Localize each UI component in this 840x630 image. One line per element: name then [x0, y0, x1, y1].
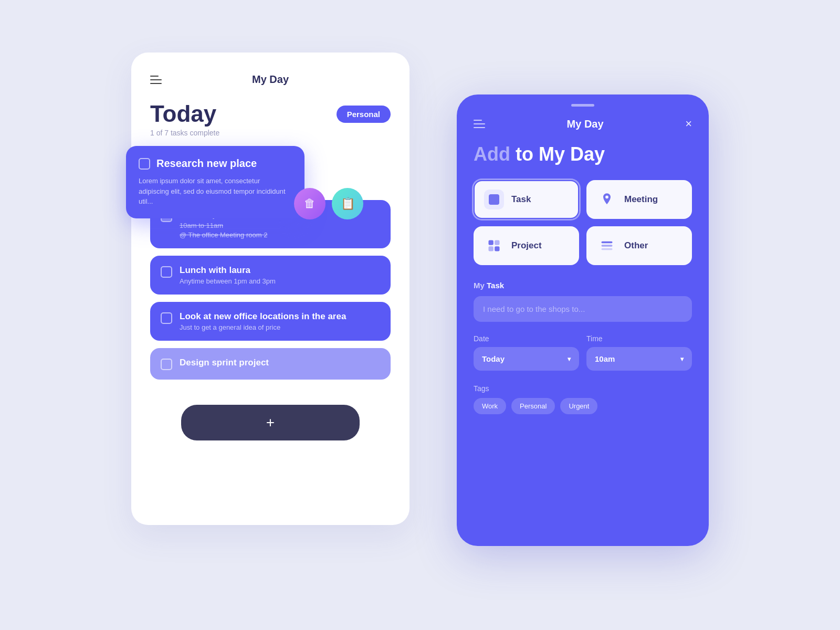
date-time-row: Date Today ▾ Time 10am ▾: [457, 334, 709, 371]
main-title-rest: to My Day: [510, 143, 605, 165]
task-item[interactable]: Look at new office locations in the area…: [150, 302, 391, 341]
type-other-button[interactable]: Other: [586, 226, 692, 265]
svg-rect-5: [602, 245, 613, 247]
task-sub1: 10am to 11am: [180, 222, 277, 229]
time-select[interactable]: 10am ▾: [586, 347, 692, 371]
date-value: Today: [482, 354, 505, 363]
today-label: Today: [150, 102, 219, 125]
task-input-wrap: [457, 296, 709, 322]
svg-rect-3: [495, 246, 499, 251]
tag-chip-personal[interactable]: Personal: [511, 398, 555, 414]
type-grid: Task Meeting: [457, 180, 709, 265]
task-input[interactable]: [474, 296, 692, 322]
meeting-icon: [597, 190, 617, 209]
add-task-button[interactable]: +: [181, 405, 360, 440]
add-word: Add: [474, 143, 510, 165]
task-item[interactable]: Design sprint project: [150, 348, 391, 380]
task-content: Lunch with laura Anytime between 1pm and…: [180, 265, 276, 285]
task-title: Look at new office locations in the area: [180, 311, 346, 322]
date-select[interactable]: Today ▾: [474, 347, 579, 371]
rc-title: My Day: [567, 118, 604, 130]
left-card: My Day Today 1 of 7 tasks complete Perso…: [131, 52, 410, 525]
rc-hamburger-icon[interactable]: [474, 120, 485, 128]
right-card-header: My Day ×: [457, 112, 709, 131]
hamburger-icon[interactable]: [150, 76, 162, 84]
date-section: Date Today ▾: [474, 334, 579, 371]
task-title: Lunch with laura: [180, 265, 276, 276]
type-meeting-label: Meeting: [624, 194, 658, 205]
task-icon-square: [489, 194, 499, 205]
task-content: Design sprint project: [180, 358, 269, 368]
other-icon: [597, 236, 617, 256]
right-card: My Day × Add to My Day Task: [457, 94, 709, 546]
svg-rect-6: [602, 248, 613, 250]
date-chevron-icon: ▾: [568, 355, 571, 363]
task-sub2: @ The office Meeting room 2: [180, 231, 277, 239]
project-icon: [484, 236, 504, 256]
type-task-label: Task: [511, 194, 531, 205]
time-chevron-icon: ▾: [680, 355, 684, 363]
tags-row: Work Personal Urgent: [474, 398, 692, 414]
time-label: Time: [586, 334, 692, 343]
task-list: ✓ Catch up with the boss 10am to 11am @ …: [150, 200, 391, 380]
fab-group: 🗑 📋: [294, 188, 363, 219]
fab-clipboard-button[interactable]: 📋: [332, 188, 363, 219]
type-project-label: Project: [511, 240, 542, 251]
left-header: My Day: [150, 74, 391, 86]
tags-label: Tags: [474, 384, 692, 393]
add-to-my-day-title: Add to My Day: [457, 143, 709, 165]
task-checkbox[interactable]: [161, 266, 172, 278]
left-card-title: My Day: [252, 74, 289, 86]
floating-checkbox[interactable]: [139, 158, 150, 170]
floating-task-title: Research new place: [156, 158, 257, 170]
svg-rect-0: [489, 240, 494, 245]
task-checkbox[interactable]: [161, 359, 172, 370]
tasks-count: 1 of 7 tasks complete: [150, 129, 219, 137]
floating-task-desc: Lorem ipsum dolor sit amet, consectetur …: [139, 176, 292, 207]
floating-task-card[interactable]: Research new place Lorem ipsum dolor sit…: [126, 146, 304, 218]
type-other-label: Other: [624, 240, 648, 251]
type-project-button[interactable]: Project: [474, 226, 579, 265]
time-section: Time 10am ▾: [586, 334, 692, 371]
today-section: Today 1 of 7 tasks complete Personal: [150, 102, 391, 137]
my-task-label: My Task: [457, 281, 709, 290]
task-content: Look at new office locations in the area…: [180, 311, 346, 331]
personal-badge[interactable]: Personal: [337, 106, 391, 123]
modal-handle: [457, 94, 709, 112]
tag-chip-work[interactable]: Work: [474, 398, 506, 414]
task-desc: Anytime between 1pm and 3pm: [180, 277, 276, 285]
task-title: Design sprint project: [180, 358, 269, 368]
time-value: 10am: [595, 354, 615, 363]
fab-trash-pink-button[interactable]: 🗑: [294, 188, 326, 219]
svg-rect-2: [489, 246, 494, 251]
type-meeting-button[interactable]: Meeting: [586, 180, 692, 219]
task-checkbox[interactable]: [161, 312, 172, 324]
task-item[interactable]: Lunch with laura Anytime between 1pm and…: [150, 256, 391, 295]
svg-rect-4: [602, 242, 613, 244]
type-task-button[interactable]: Task: [474, 180, 579, 219]
tag-chip-urgent[interactable]: Urgent: [560, 398, 597, 414]
close-button[interactable]: ×: [685, 117, 692, 131]
handle-bar: [571, 104, 594, 107]
tags-section: Tags Work Personal Urgent: [457, 384, 709, 414]
task-icon: [484, 190, 504, 209]
task-desc: Just to get a general idea of price: [180, 323, 346, 331]
svg-rect-1: [495, 240, 499, 245]
date-label: Date: [474, 334, 579, 343]
floating-card-header: Research new place: [139, 158, 292, 170]
